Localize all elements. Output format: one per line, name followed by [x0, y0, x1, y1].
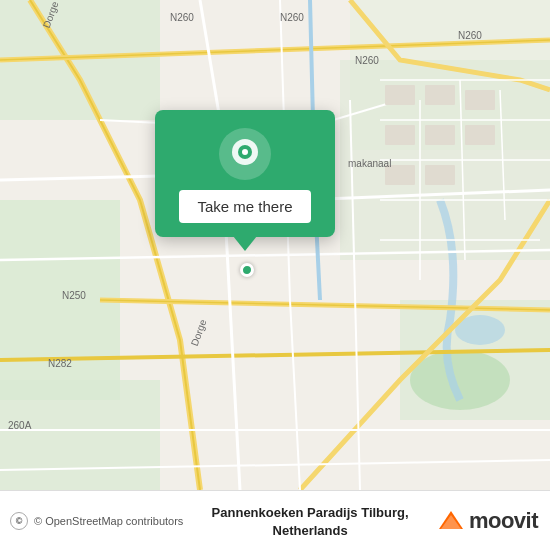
road-label-n260-2: N260 — [280, 12, 304, 23]
take-me-there-button[interactable]: Take me there — [179, 190, 310, 223]
road-label-makanaal: makanaal — [348, 158, 391, 169]
svg-rect-24 — [425, 165, 455, 185]
attribution-text: © OpenStreetMap contributors — [34, 515, 183, 527]
map-container: N260 N260 N260 N260 N250 N282 260A Dorge… — [0, 0, 550, 490]
location-pin-icon — [219, 128, 271, 180]
svg-rect-17 — [385, 85, 415, 105]
svg-rect-21 — [425, 125, 455, 145]
svg-rect-19 — [465, 90, 495, 110]
moovit-logo: moovit — [437, 507, 538, 535]
attribution-area: © © OpenStreetMap contributors — [10, 512, 183, 530]
road-label-n260-3: N260 — [355, 55, 379, 66]
svg-point-7 — [410, 350, 510, 410]
road-label-n250: N250 — [62, 290, 86, 301]
road-label-n260-1: N260 — [170, 12, 194, 23]
road-label-n282: N282 — [48, 358, 72, 369]
svg-rect-22 — [465, 125, 495, 145]
osm-logo: © — [10, 512, 28, 530]
svg-rect-18 — [425, 85, 455, 105]
svg-rect-3 — [0, 380, 160, 490]
moovit-text: moovit — [469, 508, 538, 534]
moovit-icon — [437, 507, 465, 535]
footer-bar: © © OpenStreetMap contributors Pannenkoe… — [0, 490, 550, 550]
road-label-n260-4: N260 — [458, 30, 482, 41]
svg-point-28 — [242, 149, 248, 155]
place-name: Pannenkoeken Paradijs Tilburg, Netherlan… — [212, 505, 409, 538]
popup-card: Take me there — [155, 110, 335, 237]
map-pin-dot — [240, 263, 254, 277]
road-label-260a: 260A — [8, 420, 31, 431]
svg-rect-20 — [385, 125, 415, 145]
place-name-area: Pannenkoeken Paradijs Tilburg, Netherlan… — [183, 503, 437, 539]
